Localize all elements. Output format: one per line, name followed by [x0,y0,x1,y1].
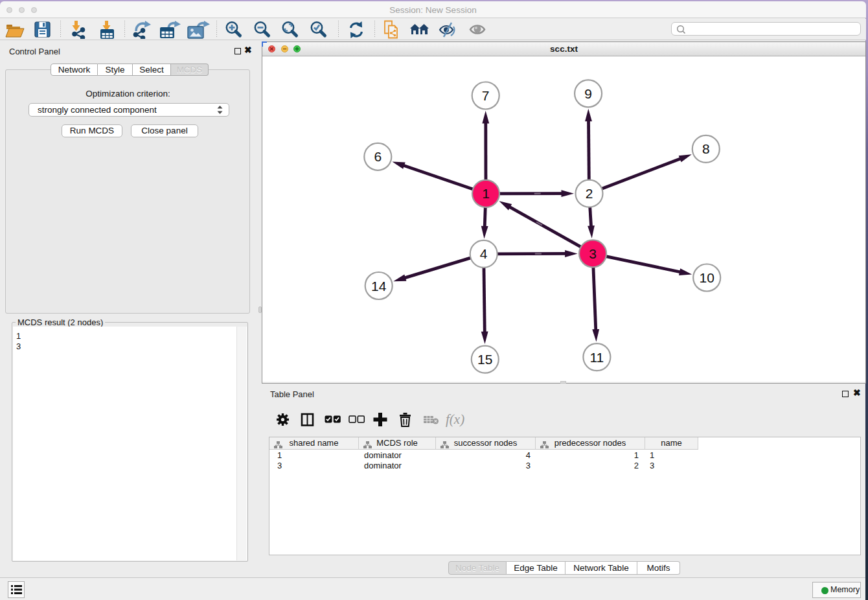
svg-text:9: 9 [584,86,592,101]
svg-text:7: 7 [482,88,490,103]
svg-text:3: 3 [589,246,597,261]
svg-text:4: 4 [480,246,488,261]
svg-text:14: 14 [371,279,387,294]
svg-text:1: 1 [482,186,490,201]
svg-text:10: 10 [700,270,714,285]
svg-text:11: 11 [589,350,604,365]
svg-text:15: 15 [477,352,492,367]
svg-text:6: 6 [374,149,382,164]
svg-text:8: 8 [702,141,710,156]
svg-text:2: 2 [586,186,593,201]
